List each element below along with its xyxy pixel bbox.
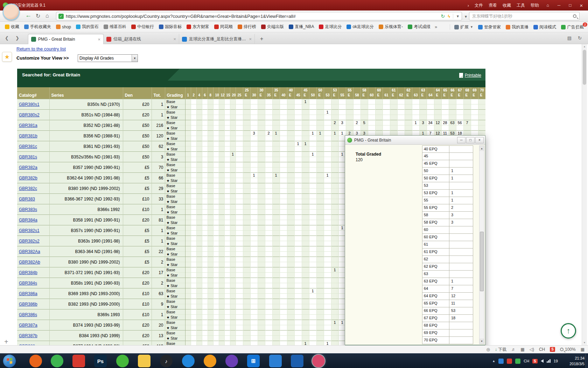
scroll-down-icon[interactable]: ▼ [479, 339, 484, 344]
page-scrollbar[interactable]: ▲ ▼ [582, 44, 587, 345]
sogou-icon[interactable]: S [550, 347, 555, 352]
catalog-link-GBR382b[interactable]: GBR382b [19, 176, 37, 180]
bookmark-item-3[interactable]: 我的萤石 [74, 23, 101, 31]
url-text[interactable]: https://www.pmgnotes.com/poplookup/Count… [66, 14, 438, 19]
tray-expand-icon[interactable]: ▲ [492, 359, 495, 363]
catalog-link-GBR383s[interactable]: GBR383s [19, 207, 37, 212]
bookmark-item-11[interactable]: 直播_NBA [287, 23, 316, 31]
maximize-button[interactable]: □ [565, 1, 575, 9]
tray-sogou-icon[interactable]: S [532, 359, 538, 363]
home-window-icon[interactable]: ⌂ [542, 1, 553, 9]
menu-item-3[interactable]: 工具 [514, 2, 528, 8]
catalog-link-GBR380s1[interactable]: GBR380s1 [19, 102, 40, 107]
toolbar-right-item-4[interactable]: 广告拦截2 [559, 23, 586, 31]
tray-blue-icon[interactable] [498, 359, 504, 364]
catalog-link-GBR381a[interactable]: GBR381a [19, 123, 37, 128]
menu-item-4[interactable]: 帮助 [528, 2, 542, 8]
speaker-icon[interactable]: ◁) [530, 347, 534, 352]
catalog-link-GBR382c[interactable]: GBR382c [19, 186, 37, 191]
tab-2[interactable]: 足球比分直播_足彩比分直播_足;× [179, 34, 255, 44]
back-icon[interactable]: ← [25, 12, 31, 19]
tab-0[interactable]: PMG - Great Britain× [28, 34, 104, 44]
catalog-link-GBR384b[interactable]: GBR384b [19, 270, 37, 275]
taskbar-app-monitor-app[interactable] [269, 355, 282, 367]
home-icon[interactable]: ⌂ [46, 13, 49, 19]
zoom-control[interactable]: 100% [560, 347, 576, 352]
taskbar-app-photoshop[interactable]: Ps [94, 355, 107, 367]
scroll-up-icon[interactable]: ▲ [479, 146, 484, 151]
catalog-link-GBR381b[interactable]: GBR381b [19, 134, 37, 138]
catalog-link-GBR386a[interactable]: GBR386a [19, 291, 37, 296]
grade-filter-select[interactable]: Display All Grades ▼ [78, 54, 138, 62]
taskbar-app-folder[interactable] [138, 355, 150, 367]
printable-link[interactable]: Printable [459, 73, 481, 78]
translate-refresh-icon[interactable]: ↻ [441, 13, 445, 19]
bookmark-item-14[interactable]: 乐视体育- [377, 23, 405, 31]
return-country-list-link[interactable]: Return to the country list [16, 46, 66, 52]
tray-ime-indicator[interactable]: CH [524, 359, 529, 363]
restore-tab-icon[interactable]: ↻ [578, 35, 582, 41]
search-box[interactable]: 京东蝴蝶节好物1折秒 [469, 12, 580, 20]
page-scroll-up-icon[interactable]: ▲ [582, 44, 587, 49]
bookmark-item-7[interactable]: 东方财富 [184, 23, 211, 31]
bookmark-item-15[interactable]: 考试成绩 [406, 23, 433, 31]
bookmark-item-5[interactable]: 中信银行 [129, 23, 156, 31]
user-avatar[interactable] [3, 4, 20, 20]
bookmark-item-1[interactable]: 手机收藏夹 [22, 23, 53, 31]
menu-item-1[interactable]: 查看 [486, 2, 500, 8]
bookmark-item-2[interactable]: shop [54, 23, 73, 30]
catalog-link-GBR387a[interactable]: GBR387a [19, 323, 37, 328]
toolbar-right-item-2[interactable]: 我的直播 [504, 23, 531, 31]
bookmarks-overflow-icon[interactable]: » [433, 24, 439, 29]
back-to-top-button[interactable]: ↑ [561, 323, 576, 339]
refresh-icon[interactable]: ↻ [36, 13, 40, 19]
minimize-button[interactable]: ─ [554, 1, 564, 9]
tab-1[interactable]: 信箱_赵涌在线× [104, 34, 179, 44]
catalog-link-GBR386b[interactable]: GBR386b [19, 302, 37, 307]
tab-list-icon[interactable]: ▤ [567, 35, 572, 41]
taskbar-app-360-safe[interactable] [51, 355, 63, 367]
catalog-link-GBR384a[interactable]: GBR384a [19, 218, 37, 223]
bookmark-item-6[interactable]: 国际音标 [157, 23, 184, 31]
taskbar-clock[interactable]: 21:34 2018/3/5 [569, 355, 584, 367]
taskbar-app-red-app[interactable] [72, 355, 85, 367]
taskbar-app-orange-app[interactable] [204, 355, 216, 367]
media-icon[interactable]: ♬ [511, 347, 516, 352]
popup-scroll-thumb[interactable] [480, 232, 484, 291]
volume-icon[interactable] [541, 359, 544, 363]
popup-maximize-button[interactable]: □ [466, 137, 475, 143]
ime-indicator[interactable]: CH [539, 347, 545, 352]
page-scroll-down-icon[interactable]: ▼ [582, 340, 587, 345]
toolbar-right-item-3[interactable]: 阅读模式 [531, 23, 558, 31]
bookmark-item-13[interactable]: ok足球比分 [344, 23, 376, 31]
speed-mode-icon[interactable]: ϟ [448, 14, 450, 19]
tab-close-icon[interactable]: × [249, 36, 252, 42]
catalog-link-GBR381c[interactable]: GBR381c [19, 144, 37, 149]
taskbar-app-360-browser[interactable] [116, 355, 129, 367]
tab-close-icon[interactable]: × [173, 36, 176, 42]
catalog-link-GBR383[interactable]: GBR383 [19, 197, 35, 202]
page-scroll-thumb[interactable] [583, 50, 586, 85]
add-note-button[interactable]: + [4, 338, 8, 345]
tab-scroll-left-icon[interactable]: ❮ [5, 35, 9, 41]
address-bar[interactable]: ✓ https://www.pmgnotes.com/poplookup/Cou… [56, 12, 462, 20]
search-icon[interactable] [573, 14, 576, 18]
tab-scroll-right-icon[interactable]: ❯ [15, 35, 19, 41]
search-input[interactable]: 京东蝴蝶节好物1折秒 [472, 13, 573, 19]
address-dropdown-icon[interactable]: ▼ [456, 14, 460, 18]
taskbar-app-firefox[interactable] [29, 355, 42, 367]
bookmark-item-9[interactable]: 排行榜 [236, 23, 258, 31]
popup-minimize-button[interactable]: ─ [457, 137, 465, 143]
search-engine-caret-icon[interactable]: ▼ [464, 15, 468, 19]
start-button[interactable] [3, 354, 16, 368]
catalog-link-GBR382a[interactable]: GBR382a [19, 165, 37, 170]
catalog-link-GBR381s[interactable]: GBR381s [19, 155, 37, 159]
tray-red-icon[interactable] [507, 359, 512, 364]
bookmark-item-0[interactable]: 收藏 [3, 23, 21, 31]
show-desktop-button[interactable] [586, 354, 588, 368]
menu-item-0[interactable]: 文件 [472, 2, 486, 8]
download-button[interactable]: ↓ 下载 [495, 347, 506, 353]
tab-close-icon[interactable]: × [98, 37, 100, 42]
favorites-panel-button[interactable]: ★ [2, 52, 12, 62]
catalog-link-GBR384s[interactable]: GBR384s [19, 281, 37, 286]
